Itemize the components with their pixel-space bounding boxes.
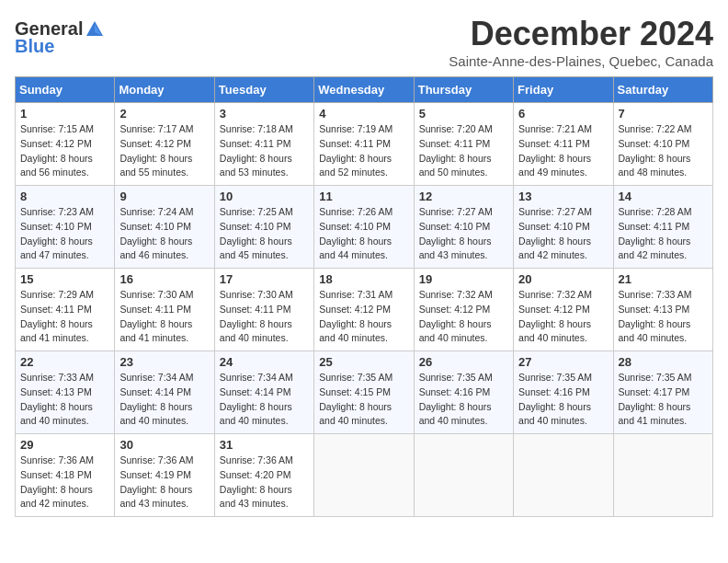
day-number: 17 <box>220 272 309 286</box>
daylight-text: Daylight: 8 hours and 44 minutes. <box>319 235 408 264</box>
sunset-text: Sunset: 4:10 PM <box>419 220 508 235</box>
calendar-cell: 21Sunrise: 7:33 AMSunset: 4:13 PMDayligh… <box>613 269 712 351</box>
calendar-week-row: 29Sunrise: 7:36 AMSunset: 4:18 PMDayligh… <box>16 434 713 517</box>
day-info: Sunrise: 7:27 AMSunset: 4:10 PMDaylight:… <box>419 205 508 263</box>
daylight-text: Daylight: 8 hours and 42 minutes. <box>619 235 708 264</box>
calendar-cell: 14Sunrise: 7:28 AMSunset: 4:11 PMDayligh… <box>613 186 712 269</box>
sunrise-text: Sunrise: 7:27 AM <box>518 205 608 220</box>
calendar-cell: 17Sunrise: 7:30 AMSunset: 4:11 PMDayligh… <box>214 269 313 351</box>
daylight-text: Daylight: 8 hours and 45 minutes. <box>220 235 309 264</box>
daylight-text: Daylight: 8 hours and 49 minutes. <box>518 152 608 181</box>
day-info: Sunrise: 7:29 AMSunset: 4:11 PMDaylight:… <box>20 288 109 346</box>
day-number: 28 <box>619 355 708 369</box>
daylight-text: Daylight: 8 hours and 41 minutes. <box>119 317 209 347</box>
sunset-text: Sunset: 4:18 PM <box>20 468 109 483</box>
daylight-text: Daylight: 8 hours and 46 minutes. <box>119 235 209 264</box>
day-info: Sunrise: 7:26 AMSunset: 4:10 PMDaylight:… <box>319 205 408 263</box>
sunrise-text: Sunrise: 7:28 AM <box>619 205 708 220</box>
sunrise-text: Sunrise: 7:31 AM <box>319 288 408 303</box>
day-number: 31 <box>220 438 309 452</box>
page-title: December 2024 <box>449 15 713 53</box>
day-info: Sunrise: 7:31 AMSunset: 4:12 PMDaylight:… <box>319 288 408 346</box>
calendar-cell: 3Sunrise: 7:18 AMSunset: 4:11 PMDaylight… <box>214 103 313 186</box>
daylight-text: Daylight: 8 hours and 50 minutes. <box>419 152 508 181</box>
calendar-cell: 4Sunrise: 7:19 AMSunset: 4:11 PMDaylight… <box>314 103 414 186</box>
calendar-cell: 9Sunrise: 7:24 AMSunset: 4:10 PMDaylight… <box>115 186 214 269</box>
day-number: 29 <box>20 438 109 452</box>
day-info: Sunrise: 7:30 AMSunset: 4:11 PMDaylight:… <box>119 288 209 346</box>
calendar-header-row: SundayMondayTuesdayWednesdayThursdayFrid… <box>16 77 713 103</box>
day-number: 9 <box>119 190 209 203</box>
sunrise-text: Sunrise: 7:17 AM <box>119 122 209 137</box>
sunset-text: Sunset: 4:19 PM <box>119 468 209 483</box>
sunrise-text: Sunrise: 7:32 AM <box>518 288 608 303</box>
calendar-cell <box>613 434 712 517</box>
day-info: Sunrise: 7:27 AMSunset: 4:10 PMDaylight:… <box>518 205 608 263</box>
sunrise-text: Sunrise: 7:23 AM <box>20 205 109 220</box>
day-info: Sunrise: 7:18 AMSunset: 4:11 PMDaylight:… <box>220 122 309 180</box>
day-info: Sunrise: 7:36 AMSunset: 4:20 PMDaylight:… <box>220 454 309 511</box>
calendar-cell: 19Sunrise: 7:32 AMSunset: 4:12 PMDayligh… <box>414 269 513 351</box>
day-number: 14 <box>619 190 708 203</box>
sunrise-text: Sunrise: 7:34 AM <box>220 371 309 385</box>
daylight-text: Daylight: 8 hours and 41 minutes. <box>619 400 708 430</box>
calendar-cell: 25Sunrise: 7:35 AMSunset: 4:15 PMDayligh… <box>314 351 414 434</box>
daylight-text: Daylight: 8 hours and 42 minutes. <box>518 235 608 264</box>
day-info: Sunrise: 7:36 AMSunset: 4:19 PMDaylight:… <box>119 454 209 511</box>
header-saturday: Saturday <box>613 77 712 103</box>
daylight-text: Daylight: 8 hours and 40 minutes. <box>619 317 708 347</box>
day-number: 8 <box>20 190 109 203</box>
day-info: Sunrise: 7:35 AMSunset: 4:16 PMDaylight:… <box>518 371 608 429</box>
day-info: Sunrise: 7:35 AMSunset: 4:17 PMDaylight:… <box>619 371 708 429</box>
day-info: Sunrise: 7:15 AMSunset: 4:12 PMDaylight:… <box>20 122 109 180</box>
sunrise-text: Sunrise: 7:25 AM <box>220 205 309 220</box>
day-number: 30 <box>119 438 209 452</box>
day-info: Sunrise: 7:23 AMSunset: 4:10 PMDaylight:… <box>20 205 109 263</box>
sunset-text: Sunset: 4:12 PM <box>518 303 608 317</box>
title-block: December 2024 Sainte-Anne-des-Plaines, Q… <box>449 15 713 69</box>
sunset-text: Sunset: 4:10 PM <box>319 220 408 235</box>
day-number: 6 <box>518 107 608 121</box>
daylight-text: Daylight: 8 hours and 40 minutes. <box>20 400 109 430</box>
calendar-cell: 22Sunrise: 7:33 AMSunset: 4:13 PMDayligh… <box>16 351 115 434</box>
logo: General Blue <box>15 18 107 57</box>
day-info: Sunrise: 7:20 AMSunset: 4:11 PMDaylight:… <box>419 122 508 180</box>
header-wednesday: Wednesday <box>314 77 414 103</box>
sunset-text: Sunset: 4:13 PM <box>619 303 708 317</box>
day-info: Sunrise: 7:25 AMSunset: 4:10 PMDaylight:… <box>220 205 309 263</box>
day-number: 2 <box>119 107 209 121</box>
day-number: 22 <box>20 355 109 369</box>
logo-blue: Blue <box>15 36 54 57</box>
day-number: 3 <box>220 107 309 121</box>
daylight-text: Daylight: 8 hours and 42 minutes. <box>20 483 109 512</box>
sunrise-text: Sunrise: 7:21 AM <box>518 122 608 137</box>
calendar-cell: 7Sunrise: 7:22 AMSunset: 4:10 PMDaylight… <box>613 103 712 186</box>
sunset-text: Sunset: 4:11 PM <box>20 303 109 317</box>
sunrise-text: Sunrise: 7:20 AM <box>419 122 508 137</box>
calendar-cell: 31Sunrise: 7:36 AMSunset: 4:20 PMDayligh… <box>214 434 313 517</box>
sunset-text: Sunset: 4:11 PM <box>619 220 708 235</box>
calendar-cell: 29Sunrise: 7:36 AMSunset: 4:18 PMDayligh… <box>16 434 115 517</box>
day-number: 15 <box>20 272 109 286</box>
header-monday: Monday <box>115 77 214 103</box>
calendar-cell: 30Sunrise: 7:36 AMSunset: 4:19 PMDayligh… <box>115 434 214 517</box>
calendar-cell: 10Sunrise: 7:25 AMSunset: 4:10 PMDayligh… <box>214 186 313 269</box>
sunset-text: Sunset: 4:12 PM <box>419 303 508 317</box>
sunset-text: Sunset: 4:14 PM <box>119 385 209 400</box>
page-header: General Blue December 2024 Sainte-Anne-d… <box>15 15 713 69</box>
day-info: Sunrise: 7:35 AMSunset: 4:15 PMDaylight:… <box>319 371 408 429</box>
day-info: Sunrise: 7:36 AMSunset: 4:18 PMDaylight:… <box>20 454 109 511</box>
day-info: Sunrise: 7:34 AMSunset: 4:14 PMDaylight:… <box>119 371 209 429</box>
calendar-cell: 24Sunrise: 7:34 AMSunset: 4:14 PMDayligh… <box>214 351 313 434</box>
sunset-text: Sunset: 4:14 PM <box>220 385 309 400</box>
calendar-cell: 18Sunrise: 7:31 AMSunset: 4:12 PMDayligh… <box>314 269 414 351</box>
sunset-text: Sunset: 4:10 PM <box>518 220 608 235</box>
daylight-text: Daylight: 8 hours and 40 minutes. <box>419 400 508 430</box>
day-number: 25 <box>319 355 408 369</box>
sunrise-text: Sunrise: 7:32 AM <box>419 288 508 303</box>
day-info: Sunrise: 7:24 AMSunset: 4:10 PMDaylight:… <box>119 205 209 263</box>
daylight-text: Daylight: 8 hours and 40 minutes. <box>319 317 408 347</box>
daylight-text: Daylight: 8 hours and 53 minutes. <box>220 152 309 181</box>
calendar-cell: 1Sunrise: 7:15 AMSunset: 4:12 PMDaylight… <box>16 103 115 186</box>
sunset-text: Sunset: 4:13 PM <box>20 385 109 400</box>
